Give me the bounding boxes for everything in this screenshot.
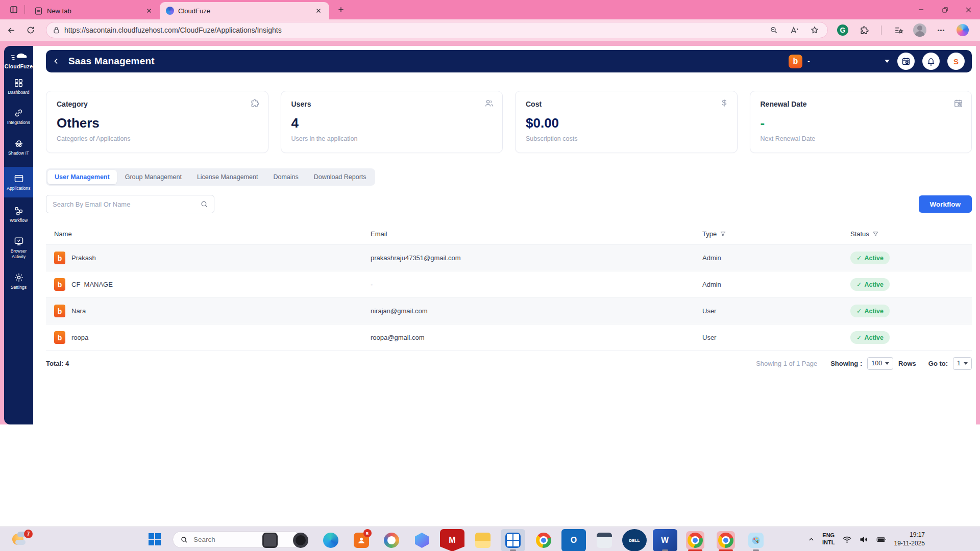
user-search[interactable]: [46, 195, 214, 213]
read-aloud-icon[interactable]: [787, 22, 802, 38]
table-row[interactable]: Nara nirajan@gmail.com User ✓Active: [46, 298, 972, 324]
edge-browser-icon[interactable]: [318, 529, 343, 551]
caret-down-icon: [964, 362, 968, 365]
table-row[interactable]: Prakash prakashraju47351@gmail.com Admin…: [46, 245, 972, 271]
goto-label: Go to:: [928, 360, 948, 367]
volume-icon[interactable]: [859, 535, 869, 544]
url-text[interactable]: https://sacontain.cloudfuzehost.com/Clou…: [64, 26, 762, 34]
file-explorer-icon[interactable]: [471, 529, 495, 551]
user-avatar[interactable]: S: [947, 53, 965, 70]
sidebar-item-integrations[interactable]: Integrations: [4, 104, 33, 130]
browser-tab-strip: New tab CloudFuze: [0, 0, 980, 19]
sidebar-item-workflow[interactable]: Workflow: [4, 202, 33, 228]
notification-badge: 5: [363, 529, 372, 537]
browser-tab-cloudfuze[interactable]: CloudFuze: [160, 2, 329, 19]
paint-icon[interactable]: [744, 529, 768, 551]
more-dots-icon[interactable]: [934, 22, 949, 38]
chrome-pink-2-icon[interactable]: [714, 529, 738, 551]
status-badge: ✓Active: [850, 278, 890, 291]
dell-app-icon[interactable]: DELL: [622, 529, 647, 551]
profile-icon[interactable]: [912, 22, 927, 38]
browser-tab-newtab[interactable]: New tab: [28, 2, 160, 19]
rows-per-page-select[interactable]: 100: [867, 357, 893, 370]
new-tab-button[interactable]: [333, 2, 349, 17]
rows-label: Rows: [898, 360, 916, 367]
taskbar-apps: 5 M O DELL W: [258, 529, 768, 551]
date: 19-11-2025: [894, 539, 925, 548]
minimize-button[interactable]: [910, 0, 933, 19]
notifications-button[interactable]: [922, 53, 940, 70]
bell-icon: [926, 57, 936, 66]
dev-home-icon[interactable]: [410, 529, 434, 551]
tab-license-management[interactable]: License Management: [190, 170, 265, 184]
outlook-icon[interactable]: O: [561, 529, 586, 551]
snipping-tool-icon[interactable]: [258, 529, 282, 551]
table-row[interactable]: roopa roopa@gmail.com User ✓Active: [46, 324, 972, 351]
status-badge: ✓Active: [850, 305, 890, 317]
bookmark-star-icon[interactable]: [807, 22, 822, 38]
calendar-icon: [953, 98, 963, 108]
sidebar-item-dashboard[interactable]: Dashboard: [4, 73, 33, 99]
back-chevron-icon[interactable]: [51, 56, 61, 66]
contacts-app-icon[interactable]: [379, 529, 404, 551]
filter-icon[interactable]: [872, 231, 879, 237]
tab-workspaces-icon[interactable]: [6, 3, 21, 16]
filter-icon[interactable]: [720, 231, 726, 237]
gear-icon: [14, 272, 24, 283]
dollar-icon: [720, 98, 729, 108]
favorites-bar-icon[interactable]: [891, 22, 906, 38]
summary-cards: Category Others Categories of Applicatio…: [46, 91, 972, 153]
close-icon[interactable]: [143, 5, 155, 16]
back-button[interactable]: [3, 22, 19, 38]
refresh-button[interactable]: [22, 22, 39, 38]
showing-pages: Showing 1 of 1 Page: [756, 360, 817, 367]
copilot-icon[interactable]: [955, 22, 970, 38]
blue-grid-app-icon[interactable]: [501, 529, 525, 551]
close-window-button[interactable]: [957, 0, 980, 19]
goto-page-select[interactable]: 1: [953, 357, 972, 370]
language-switch[interactable]: ENGINTL: [822, 532, 835, 546]
restore-button[interactable]: [933, 0, 957, 19]
sidebar-item-browser-activity[interactable]: Browser Activity: [4, 232, 33, 264]
start-button[interactable]: [144, 531, 165, 547]
schedule-button[interactable]: [897, 53, 915, 70]
search-input[interactable]: [53, 201, 200, 208]
col-email: Email: [371, 230, 702, 238]
cloud-icon: [15, 540, 26, 545]
extensions-puzzle-icon[interactable]: [856, 22, 872, 38]
org-dropdown[interactable]: b -: [789, 55, 890, 68]
workflow-nodes-icon: [14, 206, 23, 216]
tab-download-reports[interactable]: Download Reports: [307, 170, 374, 184]
tab-user-management[interactable]: User Management: [47, 170, 117, 184]
page-title: Saas Management: [68, 56, 155, 67]
weather-widget[interactable]: 7: [11, 531, 33, 548]
mcafee-icon[interactable]: M: [440, 529, 464, 551]
lock-icon: [53, 27, 60, 34]
spy-icon: [14, 138, 24, 148]
grammarly-icon[interactable]: [835, 22, 850, 38]
sidebar-item-shadow-it[interactable]: Shadow IT: [4, 134, 33, 160]
cloudfuze-logo: CloudFuze: [5, 52, 33, 69]
calculator-icon[interactable]: [592, 529, 617, 551]
table-row[interactable]: CF_MANAGE - Admin ✓Active: [46, 271, 972, 298]
sidebar-item-settings[interactable]: Settings: [4, 268, 33, 294]
tab-domains[interactable]: Domains: [266, 170, 305, 184]
tab-group-management[interactable]: Group Management: [118, 170, 189, 184]
close-icon[interactable]: [313, 5, 324, 16]
sidebar-item-applications[interactable]: Applications: [4, 167, 33, 197]
clock[interactable]: 19:17 19-11-2025: [894, 531, 925, 548]
word-icon[interactable]: W: [653, 529, 677, 551]
zoom-out-icon[interactable]: [766, 22, 781, 38]
bitrix-app-icon: [54, 305, 65, 317]
system-tray: ENGINTL 19:17 19-11-2025: [807, 527, 925, 551]
chrome-pink-1-icon[interactable]: [683, 529, 707, 551]
wifi-icon[interactable]: [842, 535, 852, 544]
chrome-icon[interactable]: [531, 529, 556, 551]
battery-icon[interactable]: [876, 535, 887, 544]
tray-chevron-icon[interactable]: [807, 536, 815, 543]
opera-browser-icon[interactable]: [288, 529, 313, 551]
workflow-button[interactable]: Workflow: [919, 195, 972, 213]
url-bar[interactable]: https://sacontain.cloudfuzehost.com/Clou…: [46, 22, 828, 38]
users-table: Name Email Type Status Prakash prakashra…: [46, 223, 972, 351]
people-orange-app-icon[interactable]: 5: [349, 529, 374, 551]
